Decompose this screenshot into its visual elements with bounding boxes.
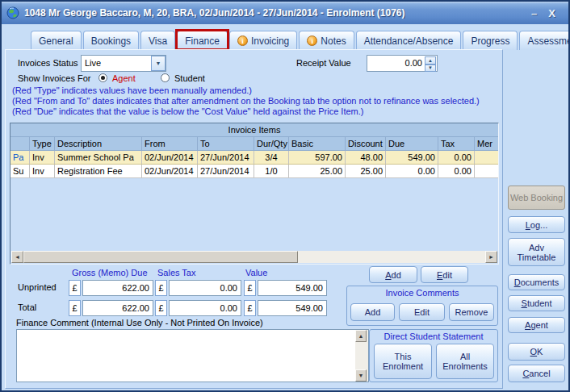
all-enrolments-button[interactable]: All Enrolments — [436, 344, 494, 379]
col-basic: Basic — [289, 137, 346, 150]
info-icon: i — [237, 35, 248, 46]
col-selector — [10, 137, 30, 150]
button-label: tudent — [527, 298, 552, 308]
student-radio[interactable] — [161, 73, 170, 82]
tab-label: Invoicing — [251, 35, 289, 47]
note-line-from-to: (Red "From and To" dates indicates that … — [12, 96, 480, 106]
tab-finance[interactable]: Finance — [177, 31, 228, 50]
unprinted-sales-tax-input[interactable]: 0.00 — [169, 280, 241, 296]
scroll-right-icon[interactable]: ► — [485, 251, 497, 263]
titlebar: 1048 Mr George Baccaro, M, 20, BRA, 02/J… — [2, 2, 568, 24]
button-label: A — [385, 270, 391, 280]
currency-symbol: £ — [244, 300, 256, 316]
value-header: Value — [245, 268, 267, 277]
cell-from: 02/Jun/2014 — [142, 151, 198, 164]
cell-from: 02/Jun/2014 — [142, 165, 198, 177]
total-label: Total — [18, 302, 36, 312]
invoice-comment-edit-button[interactable]: Edit — [399, 303, 445, 321]
total-gross-input[interactable]: 622.00 — [82, 300, 153, 316]
this-enrolment-button[interactable]: This Enrolment — [374, 344, 432, 379]
adv-timetable-button[interactable]: Adv Timetable — [508, 238, 565, 266]
button-label: ancel — [529, 369, 550, 378]
student-radio-label[interactable]: Student — [174, 73, 205, 83]
cell-discount: 48.00 — [346, 151, 386, 164]
tab-label: General — [39, 35, 73, 47]
receipt-value-input[interactable]: 0.00 ▲ ▼ — [367, 55, 438, 72]
tab-assessments[interactable]: Assessments — [519, 31, 570, 50]
vertical-scrollbar[interactable]: ▲ ▼ — [355, 330, 368, 382]
receipt-value: 0.00 — [405, 58, 422, 68]
cell-due: 549.00 — [386, 151, 438, 164]
col-due: Due — [386, 137, 438, 150]
close-button[interactable]: X — [548, 8, 555, 19]
receipt-value-label: Receipt Value — [296, 58, 351, 68]
tab-visa[interactable]: Visa — [140, 31, 175, 50]
scroll-up-icon[interactable]: ▲ — [355, 330, 367, 342]
cell-selector: Pa — [10, 151, 30, 164]
invoice-items-table: Invoice Items Type Description From To D… — [10, 123, 499, 265]
cell-tax: 0.00 — [438, 165, 475, 177]
agent-radio-label[interactable]: Agent — [112, 73, 136, 83]
invoice-items-header-row: Type Description From To Dur/Qty Basic D… — [10, 137, 498, 151]
cell-selector: Su — [10, 165, 30, 177]
tab-general[interactable]: General — [31, 31, 82, 50]
tab-label: Progress — [471, 35, 509, 47]
log-button[interactable]: Log... — [508, 216, 565, 233]
tab-label: Notes — [321, 35, 346, 47]
spinner-down-icon[interactable]: ▼ — [425, 65, 436, 73]
col-discount: Discount — [346, 137, 386, 150]
invoice-comment-add-button[interactable]: Add — [350, 303, 395, 321]
show-invoices-for-label: Show Invoices For — [18, 73, 90, 83]
tab-label: Bookings — [91, 35, 131, 47]
col-from: From — [142, 137, 198, 150]
tab-bookings[interactable]: Bookings — [83, 31, 139, 50]
minimize-button[interactable]: – — [531, 8, 537, 19]
table-row[interactable]: Pa Inv Summer School Pa 02/Jun/2014 27/J… — [10, 151, 498, 165]
button-label: D — [514, 277, 521, 287]
invoices-status-label: Invoices Status — [18, 58, 78, 68]
unprinted-value-input[interactable]: 549.00 — [258, 280, 327, 296]
total-sales-tax-input[interactable]: 0.00 — [169, 300, 241, 316]
note-line-type: (Red "Type" indicates values have been m… — [12, 85, 252, 95]
invoice-comment-remove-button[interactable]: Remove — [449, 303, 494, 321]
table-row[interactable]: Su Inv Registration Fee 02/Jun/2014 27/J… — [10, 165, 498, 178]
col-to: To — [198, 137, 254, 150]
spinner-up-icon[interactable]: ▲ — [425, 56, 436, 65]
documents-button[interactable]: Documents — [508, 274, 565, 290]
invoice-items-caption: Invoice Items — [10, 123, 498, 137]
ok-button[interactable]: OK — [508, 343, 565, 361]
tab-label: Assessments — [527, 35, 570, 47]
tab-notes[interactable]: i Notes — [299, 31, 354, 50]
scroll-left-icon[interactable]: ◄ — [11, 251, 23, 263]
total-value-input[interactable]: 549.00 — [258, 300, 327, 316]
tab-progress[interactable]: Progress — [463, 31, 518, 50]
agent-radio[interactable] — [98, 73, 107, 82]
scroll-down-icon[interactable]: ▼ — [355, 369, 367, 382]
invoices-status-select[interactable]: Live ▼ — [81, 55, 166, 72]
finance-comment-textarea[interactable]: ▲ ▼ — [16, 329, 369, 382]
edit-invoice-button[interactable]: Edit — [421, 266, 468, 283]
web-booking-button[interactable]: Web Booking — [508, 186, 565, 210]
tab-invoicing[interactable]: i Invoicing — [229, 31, 297, 50]
currency-symbol: £ — [155, 280, 167, 296]
button-label: og... — [530, 220, 547, 230]
invoices-status-value: Live — [85, 58, 101, 68]
unprinted-gross-input[interactable]: 622.00 — [82, 280, 153, 296]
student-button[interactable]: Student — [508, 295, 565, 311]
cell-dur-qty: 3/4 — [254, 151, 289, 164]
col-dur-qty: Dur/Qty — [254, 137, 289, 150]
cell-description: Summer School Pa — [55, 151, 142, 164]
cancel-button[interactable]: Cancel — [508, 365, 565, 382]
tab-attendance-absence[interactable]: Attendance/Absence — [356, 31, 462, 50]
info-icon: i — [307, 35, 317, 46]
agent-button[interactable]: Agent — [508, 317, 565, 333]
horizontal-scrollbar[interactable]: ◄ ► — [11, 251, 497, 263]
cell-mer — [475, 165, 498, 177]
unprinted-label: Unprinted — [18, 282, 57, 292]
scrollbar-thumb[interactable] — [23, 251, 298, 263]
chevron-down-icon[interactable]: ▼ — [151, 56, 166, 71]
cell-to: 27/Jun/2014 — [198, 151, 254, 164]
finance-comment-label: Finance Comment (Internal Use Only - Not… — [16, 318, 263, 327]
add-invoice-button[interactable]: Add — [369, 266, 417, 283]
cell-dur-qty: 1/0 — [254, 165, 289, 177]
